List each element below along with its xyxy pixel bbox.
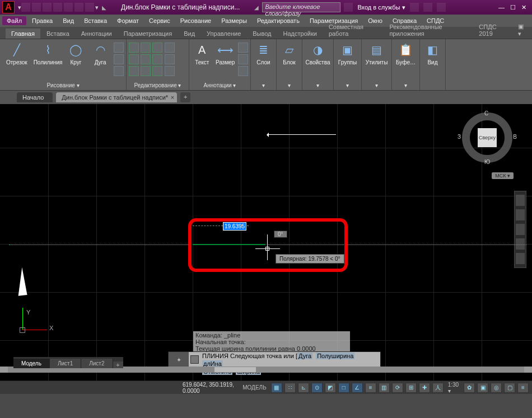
status-selection-cycling[interactable]: ⟳ bbox=[392, 383, 403, 393]
qat-plot-icon[interactable] bbox=[64, 3, 73, 12]
status-space-toggle[interactable]: МОДЕЛЬ bbox=[240, 384, 268, 391]
command-prompt[interactable]: ПЛИНИЯ Следующая точка или [Дуга Полушир… bbox=[189, 352, 380, 368]
panel-draw-title[interactable]: Рисование ▾ bbox=[2, 82, 124, 90]
nav-wheel-icon[interactable] bbox=[516, 195, 525, 206]
arc-button[interactable]: ◠Дуга bbox=[89, 40, 111, 65]
status-clean-screen[interactable]: ▢ bbox=[504, 383, 515, 393]
annot-a-icon[interactable] bbox=[238, 43, 248, 53]
viewcube-w[interactable]: З bbox=[458, 134, 461, 140]
sign-in-button[interactable]: Вход в службы ▾ bbox=[357, 4, 405, 11]
fillet-icon[interactable] bbox=[152, 54, 162, 64]
status-snap-toggle[interactable]: ∷ bbox=[284, 383, 296, 393]
viewcube-s[interactable]: Ю bbox=[484, 159, 490, 165]
layout-sheet2-tab[interactable]: Лист2 bbox=[81, 359, 113, 368]
keyword-search-input[interactable]: Введите ключевое слово/фразу bbox=[262, 2, 340, 12]
tab-addins[interactable]: Надстройки bbox=[278, 29, 323, 39]
scroll-left-button[interactable] bbox=[0, 367, 8, 373]
menu-view[interactable]: Вид bbox=[58, 16, 78, 25]
groups-button[interactable]: ▣Группы bbox=[336, 40, 359, 65]
circle-button[interactable]: ◯Круг bbox=[65, 40, 87, 65]
mirror-icon[interactable] bbox=[141, 54, 151, 64]
menu-dimension[interactable]: Размеры bbox=[217, 16, 251, 25]
status-isoplane-toggle[interactable]: ◩ bbox=[325, 383, 336, 393]
line-button[interactable]: ╱Отрезок bbox=[2, 40, 31, 65]
rotate-icon[interactable] bbox=[141, 43, 151, 53]
status-grid-toggle[interactable]: ▦ bbox=[271, 383, 282, 393]
tab-home[interactable]: Главная bbox=[6, 29, 40, 39]
menu-format[interactable]: Формат bbox=[113, 16, 143, 25]
qat-redo-icon[interactable] bbox=[85, 3, 94, 12]
status-hardware-accel[interactable]: ▣ bbox=[477, 383, 488, 393]
panel-utilities-exp[interactable]: ▾ bbox=[364, 82, 389, 90]
tab-spds2019[interactable]: СПДС 2019 bbox=[473, 22, 513, 39]
tab-output[interactable]: Вывод bbox=[247, 29, 277, 39]
tab-collaborate[interactable]: Совместная работа bbox=[323, 22, 384, 39]
status-isolate-objects[interactable]: ◎ bbox=[491, 383, 502, 393]
panel-clipboard-exp[interactable]: ▾ bbox=[394, 82, 417, 90]
menu-modify[interactable]: Редактировать bbox=[253, 16, 304, 25]
dimension-button[interactable]: ⟷Размер bbox=[215, 40, 236, 65]
panel-properties-exp[interactable]: ▾ bbox=[305, 82, 331, 90]
text-button[interactable]: AТекст bbox=[192, 40, 213, 65]
stretch-icon[interactable] bbox=[129, 66, 139, 76]
status-dyn-input-toggle[interactable]: ⊞ bbox=[405, 383, 417, 393]
tab-featured-apps[interactable]: Рекомендованные приложения bbox=[384, 22, 473, 39]
menu-draw[interactable]: Рисование bbox=[176, 16, 216, 25]
qat-save-icon[interactable] bbox=[43, 3, 52, 12]
close-button[interactable]: ✕ bbox=[521, 4, 526, 11]
utilities-button[interactable]: ▤Утилиты bbox=[364, 40, 389, 65]
draw-tool-c-icon[interactable] bbox=[114, 66, 124, 76]
tab-parametric[interactable]: Параметризация bbox=[118, 29, 178, 39]
array-icon[interactable] bbox=[152, 66, 162, 76]
menu-tools[interactable]: Сервис bbox=[144, 16, 175, 25]
status-customize-button[interactable]: ≡ bbox=[517, 383, 529, 393]
drawing-tab-new-button[interactable]: + bbox=[180, 92, 190, 102]
nav-orbit-icon[interactable] bbox=[516, 238, 525, 250]
status-lineweight-toggle[interactable]: ≡ bbox=[365, 383, 376, 393]
draw-tool-b-icon[interactable] bbox=[114, 54, 124, 64]
status-ortho-toggle[interactable]: ⊾ bbox=[298, 383, 309, 393]
modify-extra-a-icon[interactable] bbox=[165, 43, 175, 53]
help-icon[interactable] bbox=[437, 3, 446, 12]
tab-annotate[interactable]: Аннотации bbox=[76, 29, 118, 39]
viewcube-top-face[interactable]: Сверху bbox=[478, 128, 497, 147]
tab-insert[interactable]: Вставка bbox=[41, 29, 75, 39]
qat-new-icon[interactable] bbox=[21, 3, 30, 12]
maximize-button[interactable]: ☐ bbox=[510, 4, 516, 11]
status-osnap-toggle[interactable]: □ bbox=[338, 383, 349, 393]
panel-modify-title[interactable]: Редактирование ▾ bbox=[129, 82, 186, 90]
status-coordinates[interactable]: 619.6042, 350.1919, 0.0000 bbox=[183, 382, 235, 394]
qat-more-icon[interactable]: ▾ bbox=[95, 4, 99, 11]
nav-showmotion-icon[interactable] bbox=[516, 253, 525, 264]
polyline-button[interactable]: ⌇Полилиния bbox=[34, 40, 63, 65]
cmd-kw-length[interactable]: длИна bbox=[202, 360, 223, 367]
move-icon[interactable] bbox=[129, 43, 139, 53]
qat-undo-icon[interactable] bbox=[74, 3, 83, 12]
annot-b-icon[interactable] bbox=[238, 54, 248, 64]
app-logo-icon[interactable]: A bbox=[2, 1, 15, 13]
ribbon-collapse-button[interactable]: ▣ ▾ bbox=[514, 22, 532, 39]
dynamic-length-input[interactable] bbox=[223, 222, 246, 231]
layout-model-tab[interactable]: Модель bbox=[13, 359, 50, 368]
model-viewport[interactable]: Сверху С Ю З В МСК ▾ 0° Полярная: 19.757… bbox=[0, 104, 532, 381]
status-annotation-monitor[interactable]: ✚ bbox=[419, 383, 430, 393]
layers-button[interactable]: ≣Слои bbox=[253, 40, 274, 65]
status-workspace-switcher[interactable]: ✿ bbox=[464, 383, 475, 393]
a360-icon[interactable] bbox=[423, 3, 432, 12]
command-line[interactable]: ✦ ПЛИНИЯ Следующая точка или [Дуга Полуш… bbox=[168, 351, 381, 368]
command-history-button[interactable]: ✦ bbox=[169, 352, 189, 368]
panel-annotation-title[interactable]: Аннотации ▾ bbox=[192, 82, 248, 90]
properties-button[interactable]: ◑Свойства bbox=[305, 40, 331, 65]
menu-file[interactable]: Файл bbox=[2, 16, 26, 25]
panel-layers-exp[interactable]: ▾ bbox=[253, 82, 274, 90]
status-transparency-toggle[interactable]: ▥ bbox=[379, 383, 390, 393]
cmd-kw-arc[interactable]: Дуга bbox=[297, 353, 312, 359]
trim-icon[interactable] bbox=[152, 43, 162, 53]
drawing-tab-start[interactable]: Начало bbox=[17, 92, 53, 102]
modify-extra-b-icon[interactable] bbox=[165, 54, 175, 64]
qat-saveas-icon[interactable] bbox=[53, 3, 62, 12]
nav-zoom-icon[interactable] bbox=[516, 224, 525, 235]
status-annotation-scale[interactable]: 1:30 ▾ bbox=[446, 382, 461, 394]
view-button[interactable]: ◧Вид bbox=[422, 40, 443, 65]
infocenter-icon[interactable] bbox=[344, 3, 353, 12]
